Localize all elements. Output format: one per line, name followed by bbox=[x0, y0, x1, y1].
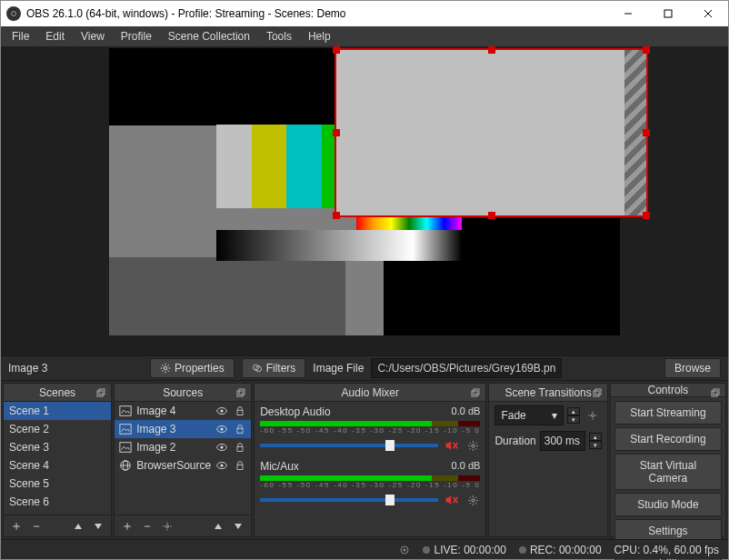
add-scene-button[interactable]: ＋ bbox=[7, 517, 25, 535]
scene-down-button[interactable] bbox=[89, 517, 107, 535]
preview-area[interactable] bbox=[1, 46, 728, 355]
start-recording-button[interactable]: Start Recording bbox=[614, 427, 722, 451]
sources-header: Sources bbox=[115, 384, 251, 402]
mute-button[interactable] bbox=[444, 494, 460, 506]
visibility-toggle[interactable] bbox=[215, 404, 229, 418]
scene-item[interactable]: Scene 5 bbox=[4, 475, 111, 493]
popout-icon[interactable] bbox=[235, 386, 247, 399]
svg-rect-21 bbox=[120, 406, 131, 416]
scenes-dock: Scenes Scene 1Scene 2Scene 3Scene 4Scene… bbox=[3, 383, 112, 537]
image-file-label: Image File bbox=[313, 362, 364, 375]
svg-line-64 bbox=[470, 496, 471, 497]
source-item[interactable]: Image 2 bbox=[115, 438, 251, 456]
source-up-button[interactable] bbox=[209, 517, 227, 535]
filters-button[interactable]: Filters bbox=[242, 358, 306, 378]
transition-spin[interactable]: ▴▾ bbox=[567, 407, 580, 424]
svg-rect-45 bbox=[474, 389, 479, 395]
transition-select[interactable]: Fade ▾ bbox=[494, 405, 563, 425]
mixer-list: Desktop Audio0.0 dB-60 -55 -50 -45 -40 -… bbox=[255, 402, 485, 536]
chevron-down-icon: ▾ bbox=[552, 409, 557, 422]
app-icon bbox=[6, 6, 21, 21]
resize-handle[interactable] bbox=[488, 46, 495, 54]
resize-handle[interactable] bbox=[643, 46, 650, 54]
add-source-button[interactable]: ＋ bbox=[118, 517, 136, 535]
scene-item[interactable]: Scene 1 bbox=[4, 402, 111, 420]
transition-settings-button[interactable] bbox=[584, 406, 602, 425]
channel-settings-button[interactable] bbox=[465, 438, 480, 453]
source-item[interactable]: BrowserSource bbox=[115, 456, 251, 475]
preview-canvas[interactable] bbox=[109, 48, 620, 335]
menu-tools[interactable]: Tools bbox=[259, 28, 299, 45]
close-button[interactable] bbox=[688, 1, 728, 26]
docks-row: Scenes Scene 1Scene 2Scene 3Scene 4Scene… bbox=[1, 381, 728, 539]
svg-point-23 bbox=[221, 409, 224, 412]
channel-name: Desktop Audio bbox=[260, 405, 451, 418]
popout-icon[interactable] bbox=[591, 386, 604, 399]
remove-scene-button[interactable]: － bbox=[27, 517, 45, 535]
start-virtual-camera-button[interactable]: Start Virtual Camera bbox=[614, 454, 722, 490]
popout-icon[interactable] bbox=[469, 386, 482, 399]
source-down-button[interactable] bbox=[229, 517, 247, 535]
visibility-toggle[interactable] bbox=[215, 458, 229, 473]
resize-handle[interactable] bbox=[488, 212, 495, 219]
svg-rect-17 bbox=[97, 391, 103, 396]
popout-icon[interactable] bbox=[95, 386, 107, 399]
source-name: Image 2 bbox=[136, 441, 211, 454]
svg-line-53 bbox=[470, 442, 471, 443]
scene-up-button[interactable] bbox=[69, 517, 87, 535]
resize-handle[interactable] bbox=[643, 212, 650, 219]
duration-spin[interactable]: ▴▾ bbox=[589, 433, 602, 449]
status-cpu: CPU: 0.4%, 60.00 fps bbox=[614, 544, 719, 556]
menu-file[interactable]: File bbox=[5, 28, 36, 45]
mixer-channel: Mic/Aux0.0 dB-60 -55 -50 -45 -40 -35 -30… bbox=[255, 456, 485, 511]
svg-line-54 bbox=[475, 448, 476, 449]
image-file-input[interactable] bbox=[371, 358, 562, 378]
svg-rect-75 bbox=[712, 391, 717, 396]
visibility-toggle[interactable] bbox=[215, 422, 229, 436]
menu-edit[interactable]: Edit bbox=[38, 28, 72, 45]
lock-toggle[interactable] bbox=[233, 422, 247, 436]
visibility-toggle[interactable] bbox=[215, 440, 229, 455]
properties-button[interactable]: Properties bbox=[150, 358, 235, 378]
menu-scene-collection[interactable]: Scene Collection bbox=[161, 28, 257, 45]
scene-item[interactable]: Scene 6 bbox=[4, 493, 111, 511]
maximize-button[interactable] bbox=[648, 1, 688, 26]
channel-level: 0.0 dB bbox=[452, 460, 481, 473]
sources-list[interactable]: Image 4Image 3Image 2BrowserSource bbox=[115, 402, 251, 515]
resize-handle[interactable] bbox=[333, 212, 340, 219]
duration-input[interactable]: 300 ms bbox=[540, 431, 585, 451]
status-live: LIVE: 00:00:00 bbox=[423, 544, 505, 556]
selected-source-box[interactable] bbox=[335, 48, 648, 217]
minimize-button[interactable] bbox=[608, 1, 648, 26]
menu-profile[interactable]: Profile bbox=[114, 28, 159, 45]
scenes-list[interactable]: Scene 1Scene 2Scene 3Scene 4Scene 5Scene… bbox=[4, 402, 111, 515]
channel-settings-button[interactable] bbox=[465, 493, 480, 507]
resize-handle[interactable] bbox=[643, 129, 650, 136]
scene-item[interactable]: Scene 2 bbox=[4, 420, 111, 438]
menu-help[interactable]: Help bbox=[301, 28, 338, 45]
remove-source-button[interactable]: － bbox=[138, 517, 156, 535]
volume-slider[interactable] bbox=[260, 444, 438, 447]
scene-item[interactable]: Scene 4 bbox=[4, 456, 111, 475]
svg-rect-69 bbox=[595, 389, 601, 395]
scene-item[interactable]: Scene 3 bbox=[4, 438, 111, 456]
svg-line-12 bbox=[167, 370, 168, 371]
window-title: OBS 26.1.0 (64-bit, windows) - Profile: … bbox=[26, 7, 608, 20]
resize-handle[interactable] bbox=[333, 46, 340, 54]
source-properties-button[interactable] bbox=[158, 517, 176, 535]
lock-toggle[interactable] bbox=[233, 404, 247, 418]
scenes-header: Scenes bbox=[4, 384, 111, 402]
mute-button[interactable] bbox=[444, 439, 460, 452]
volume-slider[interactable] bbox=[260, 498, 438, 502]
source-item[interactable]: Image 3 bbox=[115, 420, 251, 438]
lock-toggle[interactable] bbox=[233, 440, 247, 455]
browse-button[interactable]: Browse bbox=[664, 358, 721, 378]
resize-handle[interactable] bbox=[333, 129, 340, 136]
source-item[interactable]: Image 4 bbox=[115, 402, 251, 420]
start-streaming-button[interactable]: Start Streaming bbox=[614, 401, 722, 425]
svg-rect-3 bbox=[664, 10, 672, 17]
lock-toggle[interactable] bbox=[233, 458, 247, 473]
studio-mode-button[interactable]: Studio Mode bbox=[614, 493, 722, 516]
popout-icon[interactable] bbox=[709, 386, 722, 399]
menu-view[interactable]: View bbox=[74, 28, 112, 45]
